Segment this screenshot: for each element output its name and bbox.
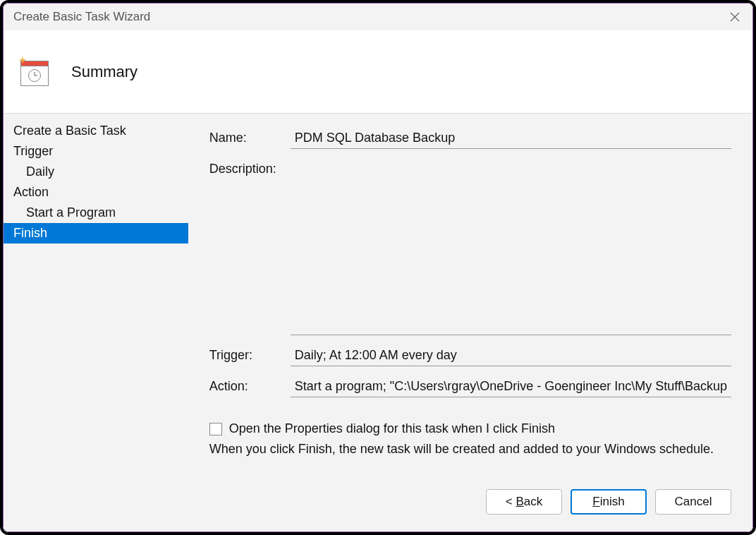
- name-input[interactable]: [291, 128, 731, 149]
- titlebar: Create Basic Task Wizard: [4, 4, 752, 30]
- close-icon: [730, 12, 740, 22]
- close-button[interactable]: [724, 6, 745, 28]
- sidebar-item-create-basic-task[interactable]: Create a Basic Task: [4, 121, 188, 141]
- description-label: Description:: [209, 159, 291, 176]
- action-value[interactable]: Start a program; "C:\Users\rgray\OneDriv…: [291, 376, 731, 397]
- window-title: Create Basic Task Wizard: [13, 10, 150, 24]
- trigger-value[interactable]: Daily; At 12:00 AM every day: [291, 345, 731, 366]
- sidebar-item-start-program[interactable]: Start a Program: [4, 203, 188, 223]
- name-label: Name:: [209, 128, 291, 145]
- open-properties-checkbox[interactable]: [209, 423, 222, 435]
- cancel-button[interactable]: Cancel: [655, 489, 731, 515]
- sidebar-item-action[interactable]: Action: [4, 182, 188, 203]
- page-title: Summary: [71, 63, 138, 81]
- task-scheduler-icon: [20, 58, 49, 86]
- finish-hint-text: When you click Finish, the new task will…: [209, 442, 731, 457]
- finish-button[interactable]: Finish: [571, 489, 647, 515]
- back-button[interactable]: < Back: [486, 489, 562, 515]
- summary-panel: Name: Description: Trigger: Daily; At 12…: [188, 114, 752, 475]
- wizard-buttons: < Back Finish Cancel: [4, 475, 752, 531]
- sidebar-item-trigger[interactable]: Trigger: [4, 141, 188, 162]
- description-input[interactable]: [291, 159, 731, 335]
- sidebar-item-finish[interactable]: Finish: [4, 223, 188, 244]
- action-label: Action:: [209, 376, 291, 394]
- wizard-steps-sidebar: Create a Basic Task Trigger Daily Action…: [4, 114, 188, 475]
- sidebar-item-daily[interactable]: Daily: [4, 162, 188, 182]
- trigger-label: Trigger:: [209, 345, 291, 363]
- wizard-header: Summary: [4, 30, 752, 114]
- open-properties-label[interactable]: Open the Properties dialog for this task…: [229, 421, 555, 436]
